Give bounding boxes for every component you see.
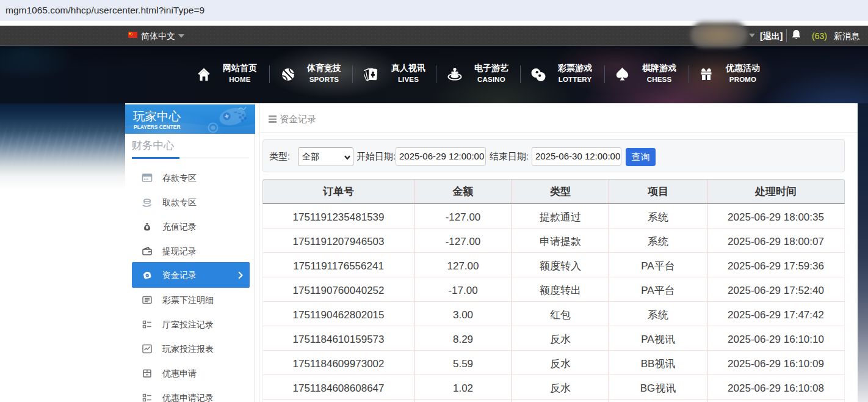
svg-text:¥: ¥: [146, 225, 148, 230]
